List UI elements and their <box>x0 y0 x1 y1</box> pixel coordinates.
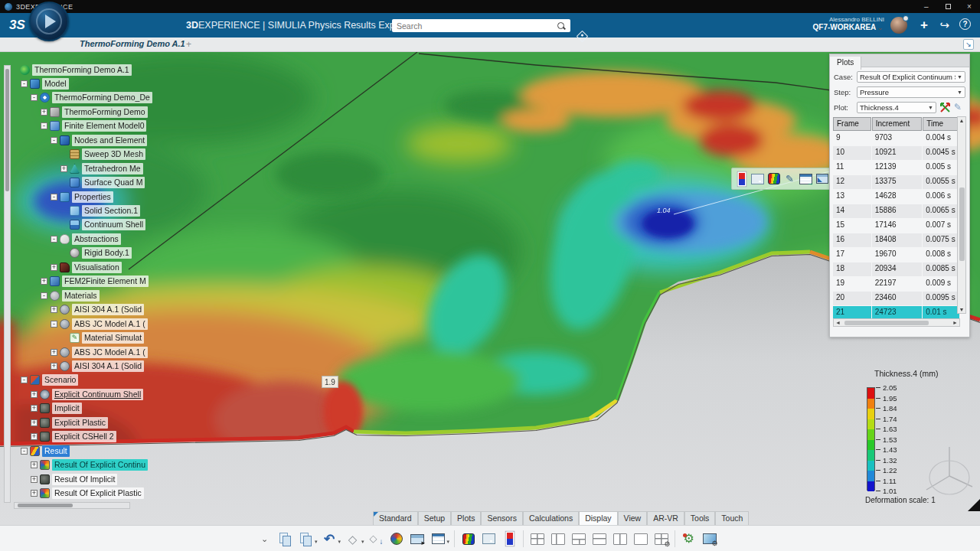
tree-item-aisi-304-a-1-solid[interactable]: +AISI 304 A.1 (Solid <box>51 303 144 317</box>
copy-button[interactable] <box>275 529 296 549</box>
ribbon-tab-standard[interactable]: Standard <box>373 511 418 525</box>
pencil-button[interactable] <box>782 170 798 187</box>
lay-bottom-button[interactable] <box>568 529 589 549</box>
tree-vertical-scrollbar[interactable] <box>4 65 11 503</box>
frame-table-horizontal-scrollbar[interactable]: ◄ ► <box>833 318 960 327</box>
expander-expand-icon[interactable]: + <box>31 419 38 426</box>
ribbon-tab-sensors[interactable]: Sensors <box>481 511 523 525</box>
sphere-button[interactable] <box>387 529 407 549</box>
tab-plots[interactable]: Plots <box>830 57 861 70</box>
expander-expand-icon[interactable]: + <box>31 476 38 483</box>
tree-item-model[interactable]: -Model <box>21 77 69 90</box>
expander-expand-icon[interactable]: + <box>31 405 38 412</box>
plot-select[interactable]: Thickness.4 ▼ <box>857 102 936 113</box>
ribbon-tab-plots[interactable]: Plots <box>451 511 481 525</box>
add-content-button[interactable]: + <box>920 18 928 31</box>
frame-row-18[interactable]: 18209340.0085 s <box>833 262 960 276</box>
contour-button[interactable] <box>458 529 479 549</box>
tree-item-finite-element-model0[interactable]: -Finite Element Model0 <box>41 119 146 133</box>
scrollbar-thumb[interactable] <box>844 321 929 325</box>
column-header-time[interactable]: Time <box>923 117 959 131</box>
tree-item-thermoforming-demo-de[interactable]: -ThermoForming Demo_De <box>31 91 152 105</box>
search-input[interactable] <box>392 21 557 31</box>
expander-expand-icon[interactable]: + <box>51 363 57 370</box>
close-button[interactable]: × <box>959 2 980 11</box>
ribbon-tab-ar-vr[interactable]: AR-VR <box>647 511 684 525</box>
expand-view-icon[interactable]: ↘ <box>963 39 974 50</box>
frame-row-11[interactable]: 11121390.005 s <box>833 160 960 174</box>
tree-horizontal-scrollbar[interactable] <box>14 502 130 509</box>
edit-plot-icon[interactable]: ✎ <box>954 102 965 113</box>
expander-expand-icon[interactable]: + <box>31 490 38 497</box>
frame-row-10[interactable]: 10109210.0045 s <box>833 145 960 160</box>
3dexperience-compass[interactable] <box>29 2 69 41</box>
tree-item-scenario[interactable]: -Scenario <box>21 373 78 387</box>
lay-left-button[interactable] <box>547 529 568 549</box>
legend-button[interactable] <box>733 170 750 187</box>
frame-row-15[interactable]: 15171460.007 s <box>833 218 960 233</box>
paste-button[interactable] <box>296 529 316 549</box>
tree-item-material-simulat[interactable]: +Material Simulat <box>60 331 144 345</box>
case-select[interactable]: Result Of Explicit Continuum Shell ▼ <box>857 71 965 83</box>
search-box[interactable] <box>392 19 570 32</box>
ribbon-tab-display[interactable]: Display <box>579 511 617 525</box>
tree-item-abs-jc-model-a-1[interactable]: +ABS JC Model A.1 ( <box>51 345 148 359</box>
expander-collapse-icon[interactable]: - <box>21 377 28 383</box>
scroll-down-icon[interactable]: ▼ <box>958 307 965 312</box>
tree-item-thermoforming-demo[interactable]: +ThermoForming Demo <box>41 105 148 119</box>
frame-row-14[interactable]: 14158860.0065 s <box>833 204 960 218</box>
tree-item-surface-quad-m[interactable]: +Surface Quad M <box>60 176 145 190</box>
tree-item-result-of-explicit-continu[interactable]: +Result Of Explicit Continu <box>31 458 148 472</box>
help-button[interactable]: ? <box>959 18 971 30</box>
tree-item-visualisation[interactable]: +Visualisation <box>51 260 122 274</box>
expander-collapse-icon[interactable]: - <box>41 292 47 299</box>
step-select[interactable]: Pressure ▼ <box>857 86 965 98</box>
tree-item-result-of-implicit[interactable]: +Result Of Implicit <box>31 472 117 486</box>
table-export-button[interactable] <box>798 170 814 187</box>
lay-v-button[interactable] <box>609 529 630 549</box>
tree-item-implicit[interactable]: +Implicit <box>31 402 82 416</box>
undo-button[interactable] <box>319 529 340 549</box>
tree-item-thermoforming-demo-a-1[interactable]: +ThermoForming Demo A.1 <box>11 63 132 77</box>
tree-item-materials[interactable]: -Materials <box>41 289 100 302</box>
tree-item-continuum-shell[interactable]: +Continuum Shell <box>60 218 145 232</box>
scroll-left-icon[interactable]: ◄ <box>835 320 841 325</box>
frame-table-vertical-scrollbar[interactable]: ▲ ▼ <box>957 116 966 314</box>
tree-item-abstractions[interactable]: -Abstractions <box>51 232 121 246</box>
frame-row-17[interactable]: 17196700.008 s <box>833 247 960 262</box>
gear-color-button[interactable] <box>678 529 699 549</box>
import-button[interactable] <box>366 529 387 549</box>
expander-expand-icon[interactable]: + <box>31 461 38 468</box>
scroll-right-icon[interactable]: ► <box>952 320 958 325</box>
dtable-button[interactable] <box>428 529 449 549</box>
tree-item-explicit-continuum-shell[interactable]: +Explicit Continuum Shell <box>31 387 143 401</box>
tree-item-result-of-explicit-plastic[interactable]: +Result Of Explicit Plastic <box>31 487 144 500</box>
scroll-up-icon[interactable]: ▲ <box>958 118 965 123</box>
frame-row-13[interactable]: 13146280.006 s <box>833 189 960 204</box>
tree-item-explicit-cshell-2[interactable]: +Explicit CSHell 2 <box>31 430 116 444</box>
tree-item-explicit-plastic[interactable]: +Explicit Plastic <box>31 416 108 429</box>
frame-row-12[interactable]: 12133750.0055 s <box>833 174 960 189</box>
tree-item-nodes-and-element[interactable]: -Nodes and Element <box>51 133 147 147</box>
expander-expand-icon[interactable]: + <box>41 109 47 116</box>
tab-thermoforming-demo[interactable]: ThermoForming Demo A.1 <box>80 39 185 48</box>
ribbon-tab-tools[interactable]: Tools <box>684 511 716 525</box>
sync-plot-icon[interactable] <box>939 102 951 113</box>
ribbon-tab-setup[interactable]: Setup <box>418 511 451 525</box>
expander-collapse-icon[interactable]: - <box>21 448 28 455</box>
expander-collapse-icon[interactable]: - <box>51 194 57 201</box>
tree-item-rigid-body-1[interactable]: +Rigid Body.1 <box>60 246 132 260</box>
display-button[interactable] <box>407 529 428 549</box>
scrollbar-thumb[interactable] <box>959 187 965 261</box>
tree-item-tetrahedron-me[interactable]: +Tetrahedron Me <box>60 161 143 175</box>
ribbon-tab-touch[interactable]: Touch <box>715 511 749 525</box>
export-img-button[interactable] <box>699 529 720 549</box>
frame-row-19[interactable]: 19221970.009 s <box>833 276 960 291</box>
expander-collapse-icon[interactable]: - <box>51 321 57 328</box>
tree-item-aisi-304-a-1-solid[interactable]: +AISI 304 A.1 (Solid <box>51 359 144 373</box>
tree-item-properties[interactable]: -Properties <box>51 190 113 204</box>
share-icon[interactable]: ↪ <box>939 18 949 31</box>
expander-expand-icon[interactable]: + <box>51 264 57 271</box>
chart-view-button[interactable] <box>814 170 830 187</box>
expander-expand-icon[interactable]: + <box>41 278 47 285</box>
